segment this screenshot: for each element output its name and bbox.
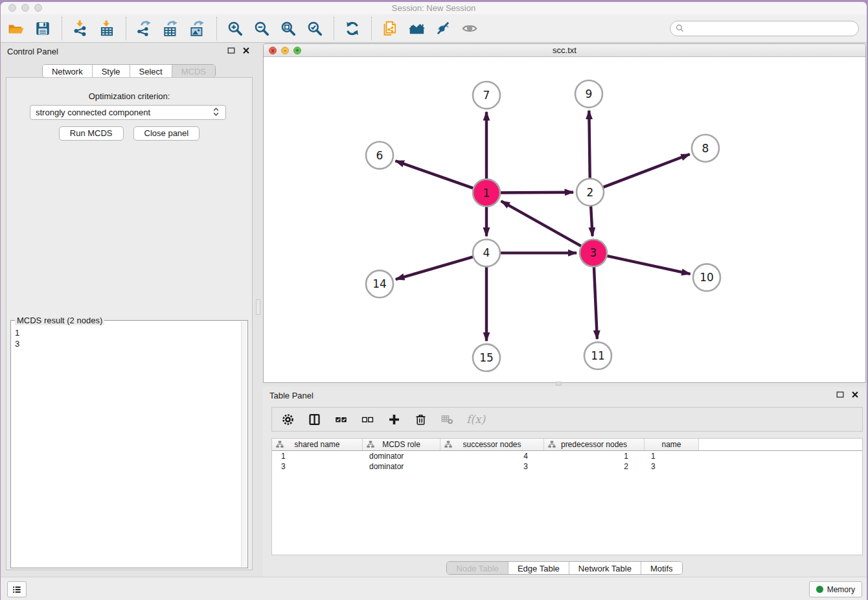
toggle-columns-icon[interactable]	[307, 412, 321, 426]
search-icon	[675, 23, 685, 33]
deselect-all-icon[interactable]	[360, 412, 374, 426]
zoom-selected-icon[interactable]	[306, 19, 324, 38]
memory-button[interactable]: Memory	[809, 581, 862, 597]
close-panel-icon[interactable]	[242, 46, 251, 55]
graph-node-11[interactable]: 11	[584, 342, 611, 369]
header-filler	[699, 439, 862, 450]
table-panel-title: Table Panel	[269, 391, 314, 400]
column-label: shared name	[294, 440, 339, 449]
delete-rows-icon[interactable]	[413, 412, 428, 426]
graph-node-8[interactable]: 8	[692, 135, 719, 162]
result-scrollbar[interactable]	[241, 321, 247, 567]
graph-node-3[interactable]: 3	[580, 239, 607, 266]
import-table-icon[interactable]	[98, 19, 116, 38]
graph-node-9[interactable]: 9	[575, 80, 602, 108]
add-row-icon[interactable]	[387, 412, 401, 426]
cell-shared-name[interactable]: 1	[272, 451, 363, 461]
show-display-icon[interactable]	[461, 19, 479, 38]
optimization-criterion-select[interactable]: strongly connected component	[30, 105, 226, 120]
graph-node-14[interactable]: 14	[366, 270, 393, 297]
edge-2-8[interactable]	[590, 154, 690, 192]
svg-text:14: 14	[372, 277, 387, 290]
tab-node-table[interactable]: Node Table	[447, 562, 508, 574]
column-header-predecessor-nodes[interactable]: predecessor nodes	[544, 439, 645, 450]
column-label: predecessor nodes	[561, 440, 627, 449]
zoom-out-icon[interactable]	[253, 19, 271, 38]
new-network-icon[interactable]	[381, 19, 399, 38]
graph-node-1[interactable]: 1	[473, 179, 500, 207]
settings-gear-icon[interactable]	[280, 412, 295, 426]
table-panel: Table Panel f(x) shared nameMCDS rolesuc…	[263, 387, 866, 577]
main-toolbar	[1, 14, 867, 43]
cell-successor-nodes[interactable]: 3	[440, 461, 544, 472]
cell-shared-name[interactable]: 3	[272, 461, 363, 472]
zoom-fit-icon[interactable]	[279, 19, 297, 38]
tab-style[interactable]: Style	[93, 65, 130, 77]
cell-predecessor-nodes[interactable]: 1	[544, 451, 645, 461]
svg-text:6: 6	[376, 149, 383, 162]
export-image-icon[interactable]	[188, 19, 207, 38]
graph-node-10[interactable]: 10	[693, 264, 720, 291]
graph-node-6[interactable]: 6	[366, 142, 393, 169]
column-header-shared-name[interactable]: shared name	[272, 439, 363, 450]
svg-text:3: 3	[590, 246, 597, 259]
cell-successor-nodes[interactable]: 4	[440, 451, 544, 461]
edge-3-10[interactable]	[593, 253, 691, 273]
vertical-splitter-handle[interactable]	[256, 299, 260, 315]
hide-display-icon[interactable]	[434, 19, 452, 38]
export-network-icon[interactable]	[135, 19, 154, 38]
horizontal-splitter-handle[interactable]	[556, 382, 562, 386]
save-session-icon[interactable]	[34, 19, 52, 38]
memory-label: Memory	[827, 585, 855, 594]
mcds-result-text[interactable]: 1 3	[12, 326, 240, 567]
cell-name[interactable]: 3	[645, 461, 699, 472]
graph-node-7[interactable]: 7	[473, 82, 500, 109]
zoom-in-icon[interactable]	[226, 19, 244, 38]
import-network-icon[interactable]	[71, 19, 89, 38]
export-table-icon[interactable]	[162, 19, 180, 38]
cell-MCDS-role[interactable]: dominator	[363, 451, 440, 461]
mcds-result-box: MCDS result (2 nodes) 1 3	[10, 320, 248, 568]
optimization-criterion-value: strongly connected component	[36, 108, 150, 117]
graph-node-4[interactable]: 4	[473, 239, 500, 266]
control-panel: Control Panel NetworkStyleSelectMCDS Opt…	[1, 43, 257, 572]
tab-mcds[interactable]: MCDS	[172, 65, 215, 77]
toolbar-separator	[62, 17, 62, 40]
network-canvas[interactable]: 1234678910111415	[264, 57, 865, 382]
column-header-MCDS-role[interactable]: MCDS role	[363, 439, 440, 450]
column-header-successor-nodes[interactable]: successor nodes	[440, 439, 544, 450]
graph-node-2[interactable]: 2	[577, 179, 604, 206]
search-input[interactable]	[687, 24, 858, 33]
cell-predecessor-nodes[interactable]: 2	[544, 461, 645, 472]
column-header-name[interactable]: name	[645, 439, 699, 450]
tab-network[interactable]: Network	[43, 65, 93, 77]
close-panel-button[interactable]: Close panel	[133, 126, 200, 141]
run-mcds-button[interactable]: Run MCDS	[59, 126, 124, 141]
tab-select[interactable]: Select	[130, 65, 172, 77]
network-window-titlebar[interactable]: x-+ scc.txt	[264, 44, 865, 57]
toolbar-separator	[126, 17, 126, 40]
open-file-icon[interactable]	[7, 19, 25, 38]
cell-name[interactable]: 1	[645, 451, 699, 461]
function-builder-icon: f(x)	[466, 412, 485, 426]
search-input-container[interactable]	[670, 21, 859, 36]
tab-edge-table[interactable]: Edge Table	[508, 562, 569, 574]
select-spinner-icon	[212, 107, 220, 119]
home-icon[interactable]	[407, 19, 426, 38]
float-panel-icon[interactable]	[227, 46, 236, 55]
graph-node-15[interactable]: 15	[473, 344, 500, 371]
edge-1-6[interactable]	[396, 161, 486, 192]
close-table-panel-icon[interactable]	[851, 390, 860, 399]
edge-3-1[interactable]	[501, 201, 593, 253]
tab-motifs[interactable]: Motifs	[641, 562, 682, 574]
table-row[interactable]: 3dominator323	[272, 461, 862, 472]
float-table-panel-icon[interactable]	[836, 390, 845, 399]
cell-MCDS-role[interactable]: dominator	[363, 461, 440, 472]
tab-network-table[interactable]: Network Table	[569, 562, 641, 574]
refresh-layout-icon[interactable]	[343, 19, 361, 38]
task-history-button[interactable]	[7, 581, 27, 597]
hierarchy-icon	[548, 441, 556, 448]
select-all-icon[interactable]	[334, 412, 348, 426]
table-row[interactable]: 1dominator411	[272, 451, 862, 461]
list-icon	[11, 584, 23, 595]
